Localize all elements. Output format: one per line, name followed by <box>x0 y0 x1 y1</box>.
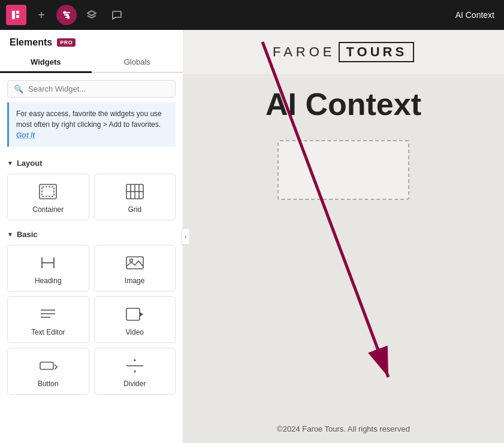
site-page-title: AI Context <box>265 86 421 122</box>
svg-rect-2 <box>16 15 19 18</box>
top-bar: + AI Context <box>0 0 504 30</box>
elementor-logo-button[interactable] <box>6 5 26 25</box>
hint-box: For easy access, favorite the widgets yo… <box>7 102 176 147</box>
basic-widgets-grid: Heading Image <box>0 242 183 399</box>
search-icon: 🔍 <box>14 84 23 93</box>
image-icon <box>124 254 146 272</box>
widget-text-editor[interactable]: Text Editor <box>7 296 89 343</box>
grid-icon <box>124 183 146 201</box>
widget-button[interactable]: Button <box>7 348 89 395</box>
heading-label: Heading <box>35 277 62 285</box>
sidebar-title: Elements <box>10 37 52 48</box>
tab-globals[interactable]: Globals <box>92 53 183 73</box>
heading-icon <box>37 254 59 272</box>
basic-label: Basic <box>17 230 38 239</box>
widget-container[interactable]: Container <box>7 174 89 220</box>
widget-grid[interactable]: Grid <box>94 174 176 220</box>
button-icon <box>37 357 59 375</box>
layout-chevron: ▼ <box>7 160 13 166</box>
pro-badge: PRO <box>57 38 76 47</box>
svg-rect-1 <box>16 11 19 14</box>
main-content: Elements PRO Widgets Globals 🔍 For easy … <box>0 30 504 443</box>
add-button[interactable]: + <box>31 5 52 25</box>
widget-heading[interactable]: Heading <box>7 245 89 292</box>
svg-rect-11 <box>42 187 54 196</box>
basic-chevron: ▼ <box>7 231 13 238</box>
site-name-part1: FAROE <box>273 44 336 60</box>
svg-rect-20 <box>126 257 143 269</box>
search-box: 🔍 <box>7 80 176 98</box>
svg-point-21 <box>129 259 132 262</box>
container-label: Container <box>32 205 64 214</box>
svg-rect-27 <box>40 362 53 369</box>
footer-text: ©2024 Faroe Tours. All rights reserved <box>277 424 410 433</box>
tabs-row: Widgets Globals <box>0 53 183 73</box>
svg-point-6 <box>64 12 66 14</box>
site-header: FAROE TOURS <box>183 30 504 74</box>
button-label: Button <box>38 380 59 388</box>
layers-button[interactable] <box>82 5 102 25</box>
collapse-handle[interactable]: ‹ <box>182 228 190 245</box>
image-label: Image <box>125 277 144 285</box>
divider-label: Divider <box>123 380 146 388</box>
sidebar-header: Elements PRO <box>0 30 183 48</box>
filter-button[interactable] <box>56 5 77 25</box>
site-name-part2: TOURS <box>339 42 414 62</box>
widget-image[interactable]: Image <box>94 245 176 292</box>
text-editor-icon <box>37 305 59 323</box>
hint-text: For easy access, favorite the widgets yo… <box>16 110 162 129</box>
svg-marker-29 <box>134 359 136 361</box>
sidebar: Elements PRO Widgets Globals 🔍 For easy … <box>0 30 183 443</box>
context-label: AI Context <box>455 0 504 30</box>
got-it-link[interactable]: Got It <box>16 131 35 139</box>
svg-marker-9 <box>87 11 96 16</box>
site-logo: FAROE TOURS <box>273 42 414 62</box>
canvas-area: FAROE TOURS AI Context ©2024 Faroe Tours… <box>183 30 504 443</box>
context-text: AI Context <box>455 10 494 20</box>
svg-rect-0 <box>12 11 15 19</box>
svg-marker-30 <box>134 371 136 373</box>
grid-label: Grid <box>128 205 141 214</box>
search-input[interactable] <box>28 84 169 93</box>
basic-section-header[interactable]: ▼ Basic <box>0 225 183 242</box>
site-footer: ©2024 Faroe Tours. All rights reserved <box>183 415 504 443</box>
site-main: AI Context <box>183 74 504 415</box>
video-label: Video <box>126 328 144 336</box>
svg-point-8 <box>68 17 70 19</box>
svg-rect-25 <box>126 308 140 320</box>
layout-widgets-grid: Container Grid <box>0 171 183 225</box>
container-icon <box>37 183 59 201</box>
comments-button[interactable] <box>107 5 127 25</box>
svg-marker-26 <box>140 312 143 317</box>
layout-label: Layout <box>17 159 43 168</box>
layout-section-header[interactable]: ▼ Layout <box>0 154 183 171</box>
widget-divider[interactable]: Divider <box>94 348 176 395</box>
svg-point-7 <box>67 14 68 16</box>
text-editor-label: Text Editor <box>31 328 65 336</box>
website-frame: FAROE TOURS AI Context ©2024 Faroe Tours… <box>183 30 504 443</box>
tab-widgets[interactable]: Widgets <box>0 53 92 73</box>
video-icon <box>124 305 146 323</box>
placeholder-widget <box>277 140 409 200</box>
widget-video[interactable]: Video <box>94 296 176 343</box>
divider-icon <box>124 357 146 375</box>
